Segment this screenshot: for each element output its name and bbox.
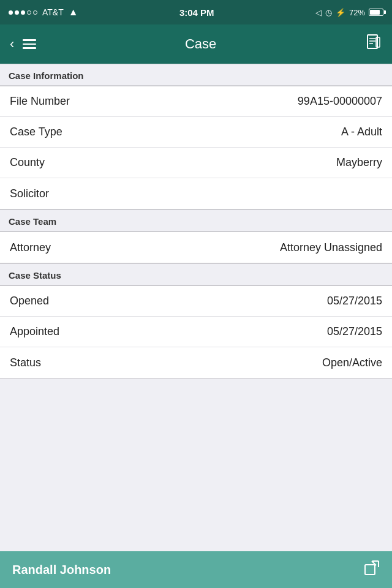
case-team-header: Case Team [0, 209, 392, 232]
signal-dot-5 [33, 10, 37, 15]
status-bar: AT&T ▲ 3:04 PM ◁ ◷ ⚡ 72% [0, 0, 392, 24]
signal-dot-4 [27, 10, 31, 15]
appointed-label: Appointed [10, 325, 59, 338]
location-icon: ◁ [315, 8, 322, 17]
case-type-value: A - Adult [341, 126, 382, 138]
signal-dot-3 [21, 10, 25, 15]
menu-line-1 [23, 39, 36, 41]
status-bar-right: ◁ ◷ ⚡ 72% [315, 8, 383, 17]
status-bar-left: AT&T ▲ [9, 7, 78, 18]
battery-icon [369, 9, 383, 16]
status-label: Status [10, 356, 41, 369]
menu-line-3 [23, 47, 36, 49]
document-icon[interactable] [365, 34, 382, 55]
carrier-label: AT&T [42, 7, 64, 17]
solicitor-label: Solicitor [10, 187, 49, 200]
file-number-value: 99A15-00000007 [298, 95, 382, 108]
menu-line-2 [23, 43, 36, 45]
attorney-label: Attorney [10, 241, 51, 254]
wifi-icon: ▲ [69, 7, 78, 18]
table-row: Appointed 05/27/2015 [0, 317, 392, 347]
case-team-title: Case Team [9, 216, 56, 227]
signal-dot-2 [15, 10, 19, 15]
case-team-section: Attorney Attorney Unassigned [0, 232, 392, 263]
case-status-title: Case Status [9, 270, 61, 281]
table-row: Solicitor [0, 178, 392, 209]
table-row: Case Type A - Adult [0, 117, 392, 148]
file-number-label: File Number [10, 95, 70, 108]
case-type-label: Case Type [10, 126, 62, 138]
table-row: Opened 05/27/2015 [0, 286, 392, 317]
back-button[interactable]: ‹ [10, 36, 14, 52]
table-row: Status Open/Active [0, 347, 392, 378]
signal-dot-1 [9, 10, 13, 15]
battery-percent: 72% [349, 8, 365, 17]
bluetooth-icon: ⚡ [336, 8, 345, 17]
share-icon[interactable] [364, 560, 380, 579]
footer-bar: Randall Johnson [0, 551, 392, 588]
appointed-value: 05/27/2015 [327, 325, 382, 338]
user-name: Randall Johnson [12, 563, 111, 577]
table-row: County Mayberry [0, 148, 392, 178]
county-value: Mayberry [336, 156, 382, 169]
case-information-title: Case Information [9, 70, 84, 81]
case-status-section: Opened 05/27/2015 Appointed 05/27/2015 S… [0, 285, 392, 379]
case-information-header: Case Information [0, 64, 392, 86]
case-information-section: File Number 99A15-00000007 Case Type A -… [0, 86, 392, 209]
nav-left: ‹ [10, 36, 36, 52]
status-value: Open/Active [322, 356, 382, 369]
attorney-value: Attorney Unassigned [280, 241, 382, 254]
status-time: 3:04 PM [179, 7, 214, 18]
opened-label: Opened [10, 295, 49, 307]
case-status-header: Case Status [0, 263, 392, 285]
county-label: County [10, 156, 45, 169]
nav-bar: ‹ Case [0, 24, 392, 64]
svg-rect-5 [365, 565, 375, 575]
battery-fill [370, 10, 380, 15]
menu-button[interactable] [23, 39, 36, 49]
page-title: Case [36, 36, 365, 52]
alarm-icon: ◷ [325, 8, 332, 17]
opened-value: 05/27/2015 [327, 295, 382, 307]
table-row: Attorney Attorney Unassigned [0, 232, 392, 263]
content-area: Case Information File Number 99A15-00000… [0, 64, 392, 551]
table-row: File Number 99A15-00000007 [0, 86, 392, 117]
signal-dots [9, 10, 37, 15]
